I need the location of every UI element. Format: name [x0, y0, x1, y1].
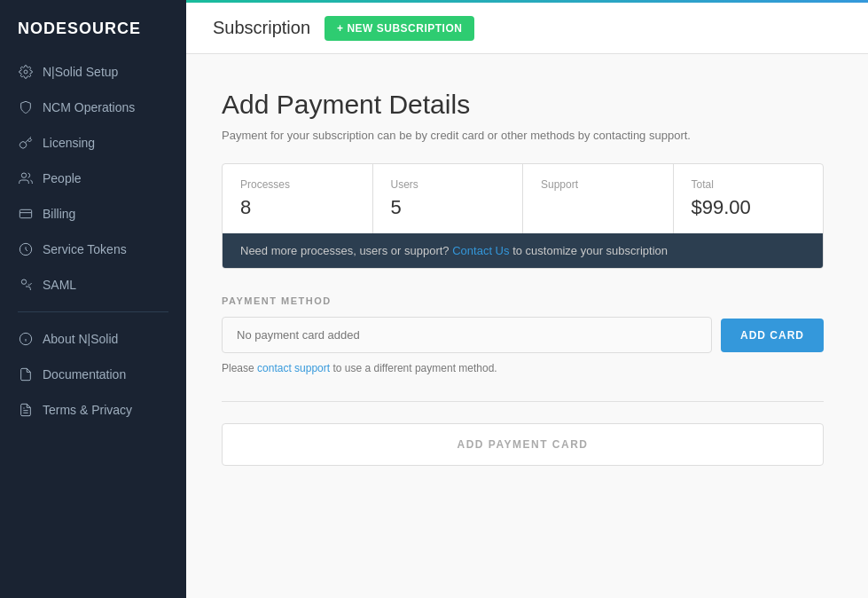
total-value: $99.00 — [692, 196, 806, 219]
add-payment-title: Add Payment Details — [222, 90, 824, 120]
svg-point-1 — [21, 173, 26, 177]
subscription-card: Processes 8 Users 5 Support Total $99.00… — [222, 163, 824, 269]
sidebar-item-label: People — [43, 171, 82, 185]
stat-support: Support — [523, 164, 674, 233]
total-label: Total — [692, 178, 806, 191]
add-payment-subtitle: Payment for your subscription can be by … — [222, 129, 824, 142]
add-card-button[interactable]: ADD CARD — [721, 319, 824, 352]
svg-point-0 — [24, 70, 27, 74]
sidebar-item-label: Billing — [43, 207, 75, 221]
payment-section-label: PAYMENT METHOD — [222, 295, 824, 306]
nav-divider — [18, 311, 168, 312]
sidebar-item-terms[interactable]: Terms & Privacy — [0, 392, 186, 428]
subscription-stats: Processes 8 Users 5 Support Total $99.00 — [223, 164, 823, 233]
processes-label: Processes — [240, 178, 355, 191]
docs-icon — [18, 366, 34, 382]
sidebar-item-licensing[interactable]: Licensing — [0, 125, 186, 161]
billing-icon — [18, 206, 34, 222]
add-payment-card-button[interactable]: ADD PAYMENT CARD — [222, 423, 824, 466]
new-subscription-button[interactable]: + NEW SUBSCRIPTION — [325, 16, 474, 41]
note-suffix2: to use a different payment method. — [330, 362, 497, 374]
stat-processes: Processes 8 — [223, 164, 373, 233]
sidebar-item-label: SAML — [43, 278, 76, 292]
users-label: Users — [391, 178, 505, 191]
content-area: Add Payment Details Payment for your sub… — [186, 54, 868, 501]
contact-support-link[interactable]: contact support — [257, 362, 330, 374]
sidebar-item-label: N|Solid Setup — [43, 65, 118, 79]
terms-icon — [18, 402, 34, 418]
stat-users: Users 5 — [373, 164, 524, 233]
note-prefix: Please — [222, 362, 257, 374]
saml-icon — [18, 277, 34, 293]
users-icon — [18, 170, 34, 186]
sidebar-item-documentation[interactable]: Documentation — [0, 357, 186, 392]
sidebar-item-ncm-operations[interactable]: NCM Operations — [0, 90, 186, 125]
app-logo: NODESOURCE — [0, 0, 186, 54]
settings-icon — [18, 64, 34, 80]
sidebar-item-label: Documentation — [43, 367, 126, 382]
token-icon — [18, 241, 34, 257]
contact-us-link[interactable]: Contact Us — [452, 244, 509, 257]
info-icon — [18, 331, 34, 347]
payment-card-input[interactable] — [222, 317, 712, 353]
sidebar: NODESOURCE N|Solid Setup NCM Operations … — [0, 0, 186, 598]
sidebar-item-people[interactable]: People — [0, 161, 186, 196]
payment-method-section: PAYMENT METHOD ADD CARD Please contact s… — [222, 295, 824, 374]
sidebar-item-nsolid-setup[interactable]: N|Solid Setup — [0, 54, 186, 90]
top-bar: Subscription + NEW SUBSCRIPTION — [186, 3, 868, 54]
stat-total: Total $99.00 — [674, 164, 824, 233]
shield-icon — [18, 99, 34, 115]
subscription-note: Need more processes, users or support? C… — [223, 233, 823, 268]
sidebar-item-label: NCM Operations — [43, 100, 135, 114]
svg-point-5 — [21, 279, 26, 284]
page-title: Subscription — [213, 18, 310, 38]
sidebar-nav: N|Solid Setup NCM Operations Licensing P… — [0, 54, 186, 598]
sidebar-item-label: Terms & Privacy — [43, 403, 132, 417]
support-label: Support — [541, 178, 655, 191]
main-area: Subscription + NEW SUBSCRIPTION Add Paym… — [186, 0, 868, 598]
sidebar-item-label: About N|Solid — [43, 332, 118, 346]
sidebar-item-saml[interactable]: SAML — [0, 267, 186, 303]
sidebar-item-billing[interactable]: Billing — [0, 196, 186, 232]
sidebar-item-label: Service Tokens — [43, 242, 127, 256]
processes-value: 8 — [240, 196, 355, 219]
svg-rect-2 — [20, 209, 31, 217]
sidebar-item-service-tokens[interactable]: Service Tokens — [0, 232, 186, 267]
users-value: 5 — [391, 196, 505, 219]
payment-row: ADD CARD — [222, 317, 824, 353]
sidebar-item-about[interactable]: About N|Solid — [0, 321, 186, 357]
sidebar-item-label: Licensing — [43, 136, 95, 150]
payment-note: Please contact support to use a differen… — [222, 362, 824, 374]
note-text: Need more processes, users or support? — [240, 244, 450, 257]
note-suffix: to customize your subscription — [512, 244, 668, 257]
section-divider — [222, 401, 824, 402]
key-icon — [18, 135, 34, 151]
